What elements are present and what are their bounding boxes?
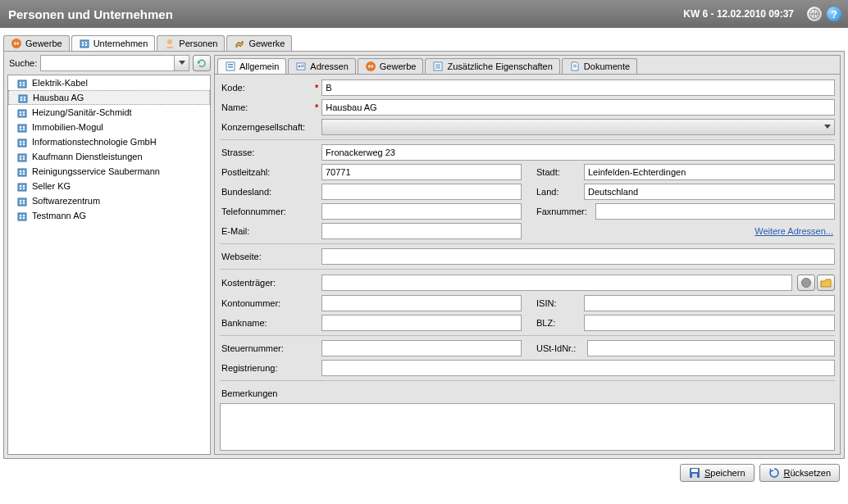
search-input[interactable] [41,56,174,70]
detail-tab-zusätzliche-eigenschaften[interactable]: Zusätzliche Eigenschaften [425,58,559,74]
input-name[interactable] [321,99,835,116]
svg-rect-34 [20,156,21,157]
input-email[interactable] [321,223,522,239]
svg-rect-70 [691,469,698,472]
select-konzern[interactable] [321,119,835,135]
svg-rect-43 [18,184,26,191]
company-icon [16,196,28,206]
gewerbe-icon [11,38,22,49]
work-area: Suche: Elektrik-KabelHausbau AGHeizung/S… [3,51,845,459]
svg-rect-22 [23,114,25,116]
svg-rect-54 [20,215,21,216]
svg-rect-35 [23,156,25,157]
label-kontonr: Kontonummer: [220,298,321,308]
input-bundesland[interactable] [321,184,522,200]
label-steuernr: Steuernummer: [220,343,321,353]
globe-icon[interactable] [807,7,822,21]
input-steuernr[interactable] [321,340,522,356]
input-kostentraeger[interactable] [321,275,792,291]
input-strasse[interactable] [321,144,835,161]
link-weitere-adressen[interactable]: Weitere Adressen... [755,226,835,236]
company-icon [16,137,28,147]
svg-rect-12 [23,84,25,86]
svg-rect-64 [301,66,304,67]
svg-rect-56 [20,217,21,219]
search-combo[interactable] [40,55,189,71]
reset-icon [768,467,780,479]
input-blz[interactable] [584,315,835,331]
input-isin[interactable] [584,295,835,311]
svg-rect-14 [21,97,22,98]
list-item[interactable]: Seller KG [8,179,210,193]
list-item[interactable]: Softwarezentrum [8,193,210,208]
svg-rect-30 [23,141,25,143]
save-button[interactable]: Speichern [680,464,755,482]
list-item[interactable]: Informationstechnologie GmbH [8,134,210,149]
svg-rect-48 [18,198,26,206]
main-tab-gewerbe[interactable]: Gewerbe [3,35,70,51]
svg-rect-8 [18,80,26,88]
list-item[interactable]: Testmann AG [8,208,210,223]
textarea-bemerkungen[interactable] [220,403,835,451]
main-tab-gewerke[interactable]: Gewerke [226,35,292,51]
main-tab-unternehmen[interactable]: Unternehmen [71,35,156,51]
svg-point-7 [167,39,172,44]
detail-tab-adressen[interactable]: Adressen [288,58,355,74]
list-item[interactable]: Immobilien-Mogul [8,120,210,134]
list-item-label: Immobilien-Mogul [32,122,103,132]
required-marker: * [315,83,318,93]
input-webseite[interactable] [321,248,835,265]
label-bundesland: Bundesland: [220,187,321,197]
open-kostentraeger-button[interactable] [817,275,835,291]
input-tel[interactable] [321,203,522,220]
input-stadt[interactable] [584,164,835,180]
detail-tab-allgemein[interactable]: Allgemein [217,58,286,74]
company-icon [16,181,28,191]
input-registrierung[interactable] [321,360,835,376]
refresh-button[interactable] [193,55,211,71]
company-icon [16,166,28,176]
list-item[interactable]: Elektrik-Kabel [8,75,210,90]
separator [220,335,835,336]
svg-rect-50 [23,200,25,202]
svg-rect-13 [19,95,27,102]
input-land[interactable] [584,184,835,200]
label-kostentraeger: Kostenträger: [220,278,321,288]
svg-rect-24 [20,126,21,128]
input-bankname[interactable] [321,315,522,331]
company-icon [79,38,90,49]
input-plz[interactable] [321,164,522,180]
input-kode[interactable] [321,79,835,96]
input-kontonr[interactable] [321,295,522,311]
input-ustid[interactable] [587,340,835,356]
detail-tab-gewerbe[interactable]: Gewerbe [358,58,424,74]
svg-rect-45 [23,185,25,187]
svg-rect-63 [301,65,304,66]
list-item[interactable]: Reinigungsservice Saubermann [8,164,210,179]
company-list[interactable]: Elektrik-KabelHausbau AGHeizung/Sanitär-… [7,75,211,455]
svg-rect-38 [18,169,26,176]
svg-rect-25 [23,126,25,128]
svg-rect-17 [24,99,25,101]
list-item[interactable]: Kaufmann Dienstleistungen [8,149,210,164]
svg-rect-16 [21,99,22,101]
list-item[interactable]: Hausbau AG [8,90,210,105]
help-icon[interactable]: ? [827,7,841,21]
separator [220,380,835,381]
tab-label: Gewerbe [380,61,417,71]
list-item-label: Heizung/Sanitär-Schmidt [32,107,132,117]
input-fax[interactable] [595,203,835,220]
label-isin: ISIN: [522,298,584,308]
chevron-down-icon[interactable] [174,56,189,70]
label-bemerkungen: Bemerkungen [220,388,321,398]
svg-rect-32 [23,143,25,145]
main-tab-personen[interactable]: Personen [157,35,225,51]
detail-tab-dokumente[interactable]: Dokumente [562,58,637,74]
svg-point-62 [299,66,301,68]
list-item[interactable]: Heizung/Sanitär-Schmidt [8,105,210,120]
svg-rect-29 [20,141,21,143]
tab-label: Dokumente [584,61,630,71]
search-label: Suche: [7,58,37,68]
svg-rect-2 [80,40,89,48]
reset-button[interactable]: Rücksetzen [759,464,840,482]
